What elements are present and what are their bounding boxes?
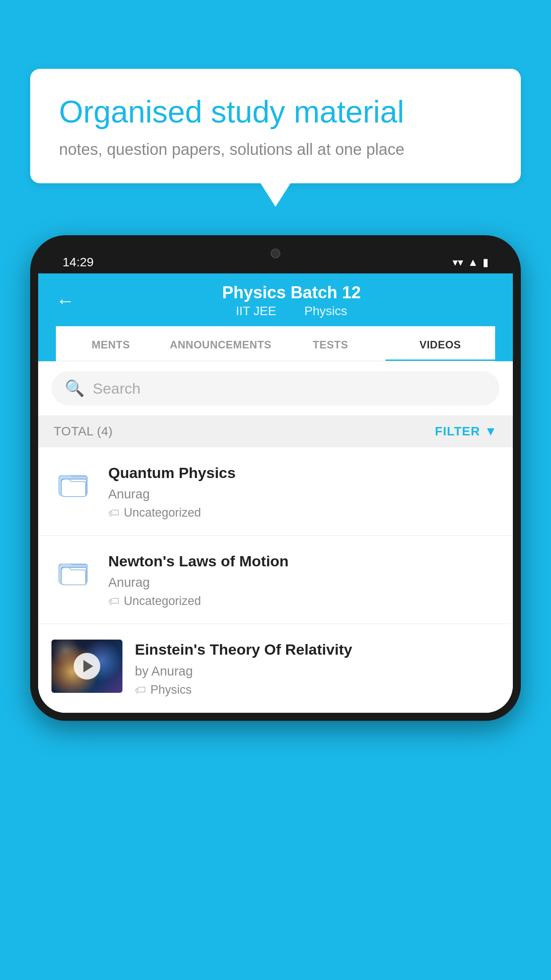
tag-icon: 🏷 (108, 506, 119, 519)
back-button[interactable]: ← (56, 292, 75, 310)
status-time: 14:29 (63, 255, 94, 269)
video-author: Anurag (108, 487, 500, 502)
filter-button[interactable]: FILTER ▼ (435, 424, 497, 439)
tag-label: Uncategorized (124, 506, 201, 520)
speech-bubble: Organised study material notes, question… (30, 69, 521, 183)
video-tag: 🏷 Uncategorized (108, 594, 500, 608)
tag-label: Physics (150, 683, 192, 697)
front-camera (271, 249, 280, 258)
video-thumbnail (51, 640, 122, 693)
search-icon: 🔍 (65, 379, 85, 398)
signal-icon: ▲ (468, 256, 478, 269)
tab-tests[interactable]: TESTS (276, 326, 386, 361)
folder-icon-container (51, 551, 96, 586)
status-bar: 14:29 ▾▾ ▲ ▮ (38, 243, 513, 273)
header-nav: ← Physics Batch 12 IIT JEE Physics (56, 283, 495, 326)
video-info: Quantum Physics Anurag 🏷 Uncategorized (108, 463, 500, 520)
video-list: Quantum Physics Anurag 🏷 Uncategorized (38, 447, 513, 713)
subtitle-physics: Physics (304, 304, 347, 318)
page-subtitle: IIT JEE Physics (88, 304, 495, 318)
page-title: Physics Batch 12 (88, 283, 495, 302)
phone-outer-frame: 14:29 ▾▾ ▲ ▮ ← Physics Batch 12 IIT JEE (30, 235, 521, 721)
video-author: Anurag (108, 575, 500, 590)
battery-icon: ▮ (483, 256, 488, 269)
subtitle-iitjee: IIT JEE (236, 304, 276, 318)
search-container: 🔍 Search (38, 361, 513, 415)
speech-bubble-arrow (260, 182, 291, 207)
list-item[interactable]: Quantum Physics Anurag 🏷 Uncategorized (38, 447, 513, 536)
tab-videos[interactable]: VIDEOS (386, 326, 496, 361)
folder-icon-container (51, 463, 96, 498)
thumbnail-bg (51, 640, 122, 693)
phone-notch (240, 243, 311, 263)
wifi-icon: ▾▾ (453, 256, 463, 269)
tab-bar: MENTS ANNOUNCEMENTS TESTS VIDEOS (56, 326, 495, 361)
speech-bubble-subtitle: notes, question papers, solutions all at… (59, 140, 492, 159)
status-icons: ▾▾ ▲ ▮ (453, 256, 488, 269)
folder-icon (57, 466, 91, 498)
tab-announcements[interactable]: ANNOUNCEMENTS (166, 326, 276, 361)
tab-ments[interactable]: MENTS (56, 326, 166, 361)
search-placeholder: Search (93, 380, 141, 397)
header-title-group: Physics Batch 12 IIT JEE Physics (88, 283, 495, 318)
filter-label: FILTER (435, 424, 480, 439)
video-tag: 🏷 Physics (135, 683, 500, 697)
video-tag: 🏷 Uncategorized (108, 506, 500, 520)
subtitle-separator (289, 304, 296, 318)
app-header: ← Physics Batch 12 IIT JEE Physics MENTS (38, 273, 513, 361)
play-triangle-icon (83, 660, 93, 672)
video-title: Einstein's Theory Of Relativity (135, 640, 500, 659)
play-button[interactable] (74, 653, 100, 680)
video-info: Einstein's Theory Of Relativity by Anura… (135, 640, 500, 696)
speech-bubble-section: Organised study material notes, question… (30, 69, 521, 207)
filter-bar: TOTAL (4) FILTER ▼ (38, 415, 513, 447)
phone-screen: ← Physics Batch 12 IIT JEE Physics MENTS (38, 273, 513, 713)
filter-icon: ▼ (484, 424, 497, 439)
video-info: Newton's Laws of Motion Anurag 🏷 Uncateg… (108, 551, 500, 608)
search-bar[interactable]: 🔍 Search (51, 371, 500, 406)
list-item[interactable]: Newton's Laws of Motion Anurag 🏷 Uncateg… (38, 536, 513, 624)
total-count: TOTAL (4) (54, 424, 113, 439)
speech-bubble-title: Organised study material (59, 93, 492, 130)
tag-icon: 🏷 (108, 595, 119, 608)
tag-label: Uncategorized (124, 594, 201, 608)
phone-device: 14:29 ▾▾ ▲ ▮ ← Physics Batch 12 IIT JEE (30, 235, 521, 980)
video-title: Newton's Laws of Motion (108, 551, 500, 571)
tag-icon: 🏷 (135, 684, 146, 696)
folder-icon (57, 555, 91, 586)
video-title: Quantum Physics (108, 463, 500, 482)
video-author: by Anurag (135, 664, 500, 679)
list-item[interactable]: Einstein's Theory Of Relativity by Anura… (38, 624, 513, 712)
